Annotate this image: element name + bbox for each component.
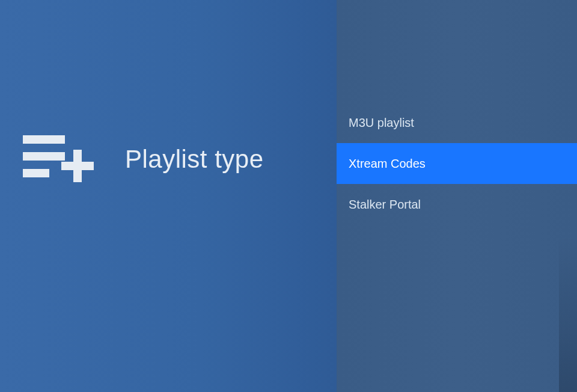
option-label: Xtream Codes xyxy=(349,157,426,171)
left-panel: Playlist type xyxy=(0,0,337,392)
left-content: Playlist type xyxy=(23,135,264,183)
page-title: Playlist type xyxy=(125,145,264,174)
svg-rect-0 xyxy=(23,135,65,144)
shade-overlay xyxy=(559,236,577,392)
svg-rect-2 xyxy=(23,169,49,177)
playlist-add-icon xyxy=(23,135,95,183)
option-stalker-portal[interactable]: Stalker Portal xyxy=(337,184,577,225)
options-panel: M3U playlist Xtream Codes Stalker Portal xyxy=(337,0,577,392)
svg-rect-4 xyxy=(61,162,94,170)
option-label: M3U playlist xyxy=(349,116,414,130)
option-m3u-playlist[interactable]: M3U playlist xyxy=(337,102,577,143)
option-label: Stalker Portal xyxy=(349,198,421,212)
option-xtream-codes[interactable]: Xtream Codes xyxy=(337,143,577,184)
playlist-type-screen: Playlist type M3U playlist Xtream Codes … xyxy=(0,0,577,392)
svg-rect-1 xyxy=(23,152,65,161)
